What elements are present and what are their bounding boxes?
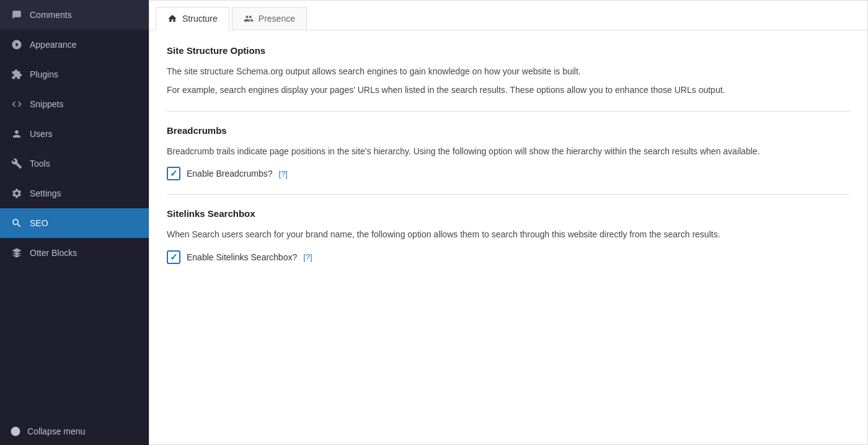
sidebar-item-appearance[interactable]: Appearance	[0, 30, 149, 59]
sidebar: Comments Appearance Plugins Snippets Use…	[0, 0, 149, 445]
sidebar-item-tools[interactable]: Tools	[0, 149, 149, 178]
site-structure-desc2: For example, search engines display your…	[167, 83, 850, 97]
sidebar-item-otter-blocks[interactable]: Otter Blocks	[0, 238, 149, 268]
enable-breadcrumbs-checkbox[interactable]: ✓	[167, 167, 180, 180]
breadcrumbs-title: Breadcrumbs	[167, 125, 850, 136]
enable-breadcrumbs-label: Enable Breadcrumbs?	[187, 169, 273, 178]
snippets-icon	[10, 97, 24, 111]
blocks-icon	[10, 246, 24, 260]
sitelinks-section: Sitelinks Searchbox When Search users se…	[167, 208, 850, 263]
sidebar-item-label: Settings	[30, 188, 61, 198]
site-structure-section: Site Structure Options The site structur…	[167, 45, 850, 97]
enable-sitelinks-label: Enable Sitelinks Searchbox?	[187, 252, 297, 262]
sidebar-item-comments[interactable]: Comments	[0, 0, 149, 30]
main-content: Structure Presence Site Structure Option…	[149, 0, 868, 445]
tab-structure[interactable]: Structure	[156, 7, 229, 30]
content-panel: Structure Presence Site Structure Option…	[149, 0, 868, 445]
divider-2	[167, 194, 850, 195]
settings-icon	[10, 187, 24, 200]
breadcrumbs-checkbox-row: ✓ Enable Breadcrumbs? [?]	[167, 167, 850, 180]
plugin-icon	[10, 68, 24, 81]
sidebar-item-label: Otter Blocks	[30, 248, 77, 258]
tools-icon	[10, 157, 24, 170]
tab-presence-label: Presence	[259, 14, 295, 24]
breadcrumbs-help-link[interactable]: [?]	[279, 169, 288, 178]
breadcrumbs-section: Breadcrumbs Breadcrumb trails indicate p…	[167, 125, 850, 180]
sidebar-item-label: SEO	[30, 218, 48, 228]
sitelinks-desc: When Search users search for your brand …	[167, 227, 850, 241]
sidebar-item-label: Users	[30, 129, 53, 139]
tabs-bar: Structure Presence	[149, 1, 867, 30]
sitelinks-checkbox-row: ✓ Enable Sitelinks Searchbox? [?]	[167, 250, 850, 264]
divider-1	[167, 111, 850, 112]
users-icon	[10, 127, 24, 141]
sidebar-item-label: Snippets	[30, 99, 63, 109]
sitelinks-title: Sitelinks Searchbox	[167, 208, 850, 219]
search-icon	[10, 216, 24, 230]
collapse-menu-button[interactable]: Collapse menu	[0, 418, 149, 445]
collapse-icon	[10, 426, 21, 437]
checkmark-icon: ✓	[170, 168, 178, 179]
presence-tab-icon	[244, 14, 254, 24]
sidebar-item-plugins[interactable]: Plugins	[0, 59, 149, 89]
site-structure-title: Site Structure Options	[167, 45, 850, 56]
comment-icon	[10, 8, 24, 22]
checkmark-icon-2: ✓	[170, 252, 178, 263]
sidebar-item-settings[interactable]: Settings	[0, 178, 149, 208]
sidebar-item-label: Appearance	[30, 40, 77, 50]
sidebar-item-label: Plugins	[30, 69, 58, 79]
sidebar-item-label: Tools	[30, 159, 50, 169]
collapse-menu-label: Collapse menu	[27, 426, 85, 436]
sidebar-item-users[interactable]: Users	[0, 119, 149, 149]
structure-tab-icon	[167, 14, 177, 24]
site-structure-desc1: The site structure Schema.org output all…	[167, 64, 850, 78]
breadcrumbs-desc: Breadcrumb trails indicate page position…	[167, 144, 850, 158]
sidebar-item-seo[interactable]: SEO	[0, 208, 149, 238]
sidebar-item-label: Comments	[30, 10, 72, 20]
appearance-icon	[10, 38, 24, 51]
content-body: Site Structure Options The site structur…	[149, 30, 867, 279]
sitelinks-help-link[interactable]: [?]	[303, 252, 312, 262]
tab-presence[interactable]: Presence	[232, 7, 307, 30]
tab-structure-label: Structure	[182, 14, 218, 24]
enable-sitelinks-checkbox[interactable]: ✓	[167, 250, 180, 264]
sidebar-item-snippets[interactable]: Snippets	[0, 89, 149, 119]
svg-point-0	[11, 427, 20, 436]
